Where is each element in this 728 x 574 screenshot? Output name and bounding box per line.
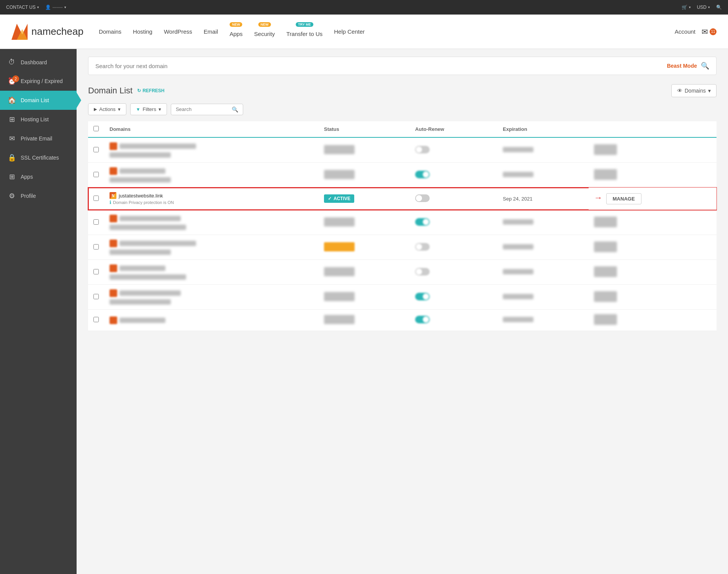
filters-row: ▶ Actions ▾ ▼ Filters ▾ 🔍 bbox=[88, 103, 717, 115]
status-blurred bbox=[324, 145, 355, 154]
status-blurred bbox=[324, 170, 355, 179]
filter-icon: ▼ bbox=[136, 107, 141, 112]
auto-renew-cell bbox=[410, 235, 497, 260]
domain-cell bbox=[104, 137, 319, 163]
action-cell bbox=[589, 260, 717, 285]
active-expiration-cell: Sep 24, 2021 bbox=[497, 188, 589, 210]
active-domain-name: justatestwebsite.link bbox=[119, 193, 163, 199]
mail-button[interactable]: ✉ 11 bbox=[702, 27, 717, 36]
chevron-down-icon: ▾ bbox=[118, 106, 121, 112]
sidebar-item-ssl[interactable]: 🔒 SSL Certificates bbox=[0, 148, 77, 167]
action-btn-blurred bbox=[594, 241, 617, 252]
expiration-cell bbox=[497, 210, 589, 235]
domain-cell bbox=[104, 285, 319, 310]
manage-button[interactable]: MANAGE bbox=[606, 193, 641, 204]
sidebar-label-expiring: Expiring / Expired bbox=[21, 78, 63, 84]
chevron-down-icon: ▾ bbox=[37, 5, 39, 9]
sidebar-label-apps: Apps bbox=[21, 174, 33, 180]
action-cell bbox=[589, 163, 717, 188]
row-checkbox[interactable] bbox=[93, 317, 99, 322]
sidebar-item-domain-list[interactable]: 🏠 Domain List bbox=[0, 91, 77, 110]
expiration-cell bbox=[497, 235, 589, 260]
domain-cell bbox=[104, 235, 319, 260]
user-account-button[interactable]: 👤 ········ ▾ bbox=[45, 5, 66, 10]
contact-us-button[interactable]: CONTACT US ▾ bbox=[6, 5, 39, 10]
beast-mode-button[interactable]: Beast Mode bbox=[667, 63, 697, 69]
nav-transfer[interactable]: TRY ME Transfer to Us bbox=[286, 26, 322, 37]
table-search-wrap: 🔍 bbox=[171, 104, 243, 115]
nav-domains[interactable]: Domains bbox=[99, 28, 121, 35]
cart-button[interactable]: 🛒 ▾ bbox=[682, 5, 691, 10]
filters-button[interactable]: ▼ Filters ▾ bbox=[130, 103, 167, 115]
currency-button[interactable]: USD ▾ bbox=[697, 5, 710, 10]
sidebar-label-ssl: SSL Certificates bbox=[21, 155, 59, 161]
play-icon: ▶ bbox=[94, 107, 97, 112]
domain-search-input[interactable] bbox=[95, 63, 667, 69]
nav-right: Account ✉ 11 bbox=[675, 27, 717, 36]
table-row bbox=[88, 163, 717, 188]
sidebar-label-hosting-list: Hosting List bbox=[21, 116, 49, 122]
domains-dropdown-button[interactable]: 👁 Domains ▾ bbox=[671, 84, 717, 97]
logo[interactable]: namecheap bbox=[11, 24, 83, 40]
status-blurred bbox=[324, 267, 355, 276]
search-button[interactable]: 🔍 bbox=[716, 5, 722, 10]
select-all-checkbox[interactable] bbox=[93, 126, 99, 131]
row-checkbox[interactable] bbox=[93, 172, 99, 177]
sidebar-item-profile[interactable]: ⚙ Profile bbox=[0, 186, 77, 205]
domain-list-icon: 🏠 bbox=[8, 96, 16, 104]
sidebar-item-expiring[interactable]: ⏰ Expiring / Expired 2 bbox=[0, 72, 77, 91]
auto-renew-cell bbox=[410, 285, 497, 310]
col-status: Status bbox=[319, 121, 410, 137]
action-cell bbox=[589, 235, 717, 260]
row-checkbox[interactable] bbox=[93, 147, 99, 152]
sidebar-item-hosting-list[interactable]: ⊞ Hosting List bbox=[0, 110, 77, 129]
domain-cell bbox=[104, 210, 319, 235]
nav-help[interactable]: Help Center bbox=[334, 28, 365, 35]
refresh-button[interactable]: ↻ REFRESH bbox=[137, 88, 164, 93]
table-row bbox=[88, 210, 717, 235]
mail-badge: 11 bbox=[710, 28, 717, 35]
nav-email[interactable]: Email bbox=[204, 28, 218, 35]
actions-button[interactable]: ▶ Actions ▾ bbox=[88, 103, 126, 115]
auto-renew-toggle-blurred bbox=[415, 146, 430, 153]
row-checkbox[interactable] bbox=[93, 244, 99, 249]
table-row bbox=[88, 235, 717, 260]
status-cell bbox=[319, 260, 410, 285]
auto-renew-toggle-blurred bbox=[415, 243, 430, 251]
chevron-down-icon: ▾ bbox=[64, 5, 66, 9]
domain-name-blurred bbox=[119, 168, 165, 174]
sidebar-item-apps[interactable]: ⊞ Apps bbox=[0, 167, 77, 186]
cart-icon: 🛒 bbox=[682, 5, 687, 10]
col-domains: Domains bbox=[104, 121, 319, 137]
auto-renew-toggle[interactable] bbox=[415, 194, 430, 202]
nav-apps[interactable]: NEW Apps bbox=[229, 26, 242, 37]
row-checkbox[interactable] bbox=[93, 269, 99, 274]
nav-account[interactable]: Account bbox=[675, 28, 695, 35]
action-cell bbox=[589, 210, 717, 235]
nav-wordpress[interactable]: WordPress bbox=[164, 28, 192, 35]
namecheap-logo-icon bbox=[11, 24, 28, 40]
sidebar-item-private-email[interactable]: ✉ Private Email bbox=[0, 129, 77, 148]
red-arrow-icon: → bbox=[594, 193, 602, 202]
sidebar-item-dashboard[interactable]: ⏱ Dashboard bbox=[0, 53, 77, 72]
page-title: Domain List bbox=[88, 86, 133, 96]
nav-security[interactable]: NEW Security bbox=[254, 26, 275, 37]
row-checkbox[interactable] bbox=[93, 196, 99, 201]
domain-sub-blurred bbox=[110, 225, 186, 230]
table-search-input[interactable] bbox=[176, 106, 229, 112]
expiration-cell bbox=[497, 137, 589, 163]
table-row bbox=[88, 260, 717, 285]
action-cell bbox=[589, 310, 717, 331]
nav-hosting[interactable]: Hosting bbox=[133, 28, 152, 35]
search-icon: 🔍 bbox=[716, 5, 722, 10]
domain-icon bbox=[110, 240, 117, 247]
search-icon[interactable]: 🔍 bbox=[701, 62, 709, 70]
chevron-down-icon: ▾ bbox=[689, 5, 691, 9]
active-auto-renew-cell[interactable] bbox=[410, 188, 497, 210]
table-header-row: Domains Status Auto-Renew Expiration bbox=[88, 121, 717, 137]
row-checkbox[interactable] bbox=[93, 219, 99, 225]
checkmark-icon: ✓ bbox=[328, 196, 332, 201]
refresh-icon: ↻ bbox=[137, 88, 141, 93]
chevron-down-icon: ▾ bbox=[708, 5, 710, 9]
row-checkbox[interactable] bbox=[93, 294, 99, 299]
